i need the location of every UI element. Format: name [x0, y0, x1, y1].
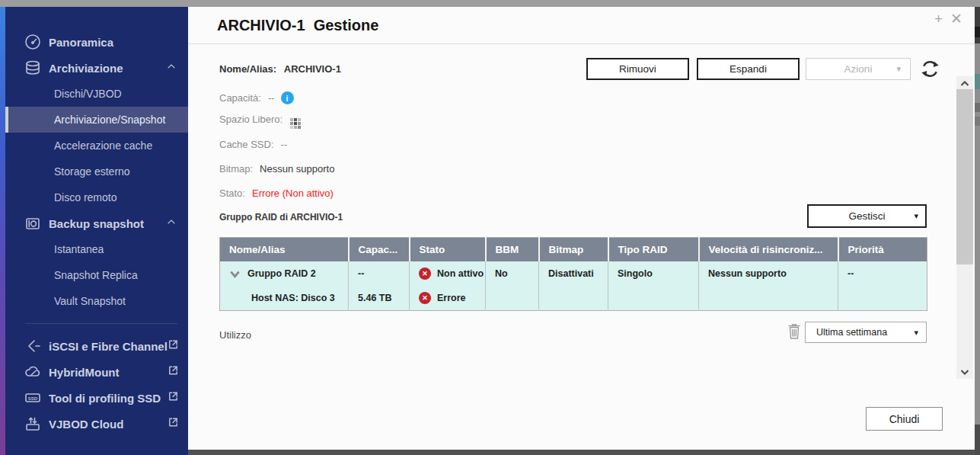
sidebar-item-hybridmount[interactable]: HybridMount [5, 359, 188, 385]
scroll-down-icon[interactable] [956, 365, 973, 379]
screen: Panoramica Archiviazione Dischi/VJBOD Ar… [0, 0, 980, 455]
sidebar-item-label: HybridMount [49, 366, 119, 379]
external-link-icon [168, 391, 179, 405]
background-window-top-edge [0, 0, 980, 7]
camera-icon [23, 213, 43, 233]
column-header[interactable]: Velocità di risincroniz... [699, 238, 838, 262]
info-icon[interactable]: i [281, 91, 294, 104]
chevron-up-icon[interactable] [165, 216, 177, 231]
background-window-right-edge [975, 7, 980, 455]
caret-down-icon: ▾ [914, 328, 918, 338]
sidebar-item-label: VJBOD Cloud [49, 418, 123, 431]
sidebar-item-backup-snapshot[interactable]: Backup snapshot [5, 210, 188, 236]
external-link-icon [168, 417, 179, 431]
desktop-edge-gradient [0, 7, 5, 455]
caret-down-icon: ▾ [914, 211, 918, 221]
expand-row-chevron-icon[interactable] [229, 269, 241, 279]
sidebar-item-label: Vault Snapshot [54, 295, 126, 307]
expand-button[interactable]: Espandi [697, 58, 800, 80]
column-header[interactable]: Bitmap [539, 238, 608, 262]
raid-group-name: Gruppo RAID 2 [247, 268, 316, 279]
error-status-icon: ✕ [419, 292, 431, 304]
sidebar-item-label: Accelerazione cache [54, 139, 152, 152]
sidebar-divider [25, 323, 177, 324]
sidebar-item-panoramica[interactable]: Panoramica [5, 29, 188, 55]
cell-status: Errore [437, 293, 466, 303]
ssd-cache-row: Cache SSD: -- [219, 139, 287, 150]
storage-management-dialog: ARCHIVIO-1 Gestione + ✕ Nome/Alias: ARCH… [188, 7, 975, 450]
bitmap-label: Bitmap: [219, 163, 253, 175]
page-title: ARCHIVIO-1 Gestione [217, 17, 378, 34]
free-space-label: Spazio Libero: [219, 114, 283, 125]
ssd-icon: SSD [23, 388, 43, 408]
title-divider [188, 43, 975, 44]
manage-label: Gestisci [848, 210, 885, 222]
sidebar-item-istantanea[interactable]: Istantanea [5, 236, 188, 262]
cell-raid-type: Singolo [608, 261, 699, 286]
status-label: Stato: [219, 187, 245, 199]
cell-bbm [486, 286, 539, 311]
column-header[interactable]: Stato [410, 238, 486, 262]
sidebar-item-label: Storage esterno [54, 165, 130, 178]
column-header[interactable]: Tipo RAID [608, 238, 699, 262]
column-header[interactable]: Capac... [349, 238, 410, 262]
sidebar-item-label: Archiviazione [49, 62, 123, 75]
vertical-scrollbar[interactable] [956, 76, 973, 379]
cloud-icon [23, 362, 43, 382]
close-icon[interactable]: ✕ [950, 11, 962, 26]
sidebar-item-vjbod-cloud[interactable]: VJBOD Cloud [5, 411, 188, 437]
sidebar-item-iscsi-fibre-channel[interactable]: iSCSI e Fibre Channel [5, 333, 188, 359]
usage-period-value: Ultima settimana [816, 327, 887, 338]
table-row[interactable]: Gruppo RAID 2 -- ✕ Non attivo No Disatti… [220, 261, 927, 286]
disk-name: Host NAS: Disco 3 [229, 293, 335, 303]
external-link-icon [168, 339, 179, 354]
caret-down-icon: ▾ [896, 64, 901, 74]
sidebar-item-label: Tool di profiling SSD [49, 392, 161, 405]
column-header[interactable]: BBM [486, 238, 539, 262]
trash-icon[interactable] [787, 322, 801, 341]
sidebar-item-archiviazione[interactable]: Archiviazione [5, 55, 188, 81]
chevron-up-icon[interactable] [165, 60, 177, 75]
bitmap-value: Nessun supporto [260, 163, 334, 175]
sidebar-item-tool-profiling-ssd[interactable]: SSD Tool di profiling SSD [5, 385, 188, 411]
cell-resync-speed: Nessun supporto [699, 261, 838, 286]
scroll-up-icon[interactable] [956, 76, 973, 90]
background-window-bottom-edge [188, 450, 980, 455]
refresh-icon[interactable] [920, 59, 940, 79]
table-row[interactable]: Host NAS: Disco 3 5.46 TB ✕ Errore [220, 286, 927, 311]
drive-sync-icon [23, 414, 43, 434]
cell-bitmap: Disattivati [539, 261, 608, 286]
cell-priority [838, 286, 927, 311]
status-row: Stato: Errore (Non attivo) [219, 187, 334, 199]
sidebar-item-dischi-vjbod[interactable]: Dischi/VJBOD [5, 81, 188, 107]
iscsi-icon [23, 336, 43, 356]
add-window-icon[interactable]: + [934, 11, 943, 26]
usage-period-select[interactable]: Ultima settimana ▾ [805, 322, 927, 343]
cell-capacity: 5.46 TB [349, 286, 410, 311]
scrollbar-thumb[interactable] [956, 89, 973, 264]
sidebar-item-label: Panoramica [49, 36, 113, 49]
sidebar-item-label: Dischi/VJBOD [54, 88, 122, 100]
sidebar-item-accelerazione-cache[interactable]: Accelerazione cache [5, 133, 188, 159]
sidebar-item-snapshot-replica[interactable]: Snapshot Replica [5, 262, 188, 288]
column-header[interactable]: Nome/Alias [220, 238, 349, 262]
action-buttons: Rimuovi Espandi Azioni ▾ [586, 58, 940, 80]
loading-spinner-icon [290, 118, 293, 121]
remove-button[interactable]: Rimuovi [586, 58, 689, 80]
manage-dropdown-button[interactable]: Gestisci ▾ [807, 204, 927, 228]
column-header[interactable]: Priorità [838, 238, 927, 262]
capacity-value: -- [268, 92, 275, 104]
cell-bbm: No [486, 261, 539, 286]
cell-resync-speed [699, 286, 838, 311]
free-space-row: Spazio Libero: [219, 114, 301, 125]
sidebar-item-disco-remoto[interactable]: Disco remoto [5, 184, 188, 210]
sidebar-item-vault-snapshot[interactable]: Vault Snapshot [5, 288, 188, 314]
sidebar-item-archiviazione-snapshot[interactable]: Archiviazione/Snapshot [5, 107, 188, 133]
ssd-cache-label: Cache SSD: [219, 139, 274, 150]
ssd-cache-value: -- [281, 139, 288, 150]
close-dialog-button[interactable]: Chiudi [866, 407, 943, 431]
status-value: Errore (Non attivo) [252, 187, 334, 199]
cell-capacity: -- [349, 261, 410, 286]
capacity-label: Capacità: [219, 92, 261, 104]
sidebar-item-storage-esterno[interactable]: Storage esterno [5, 159, 188, 184]
